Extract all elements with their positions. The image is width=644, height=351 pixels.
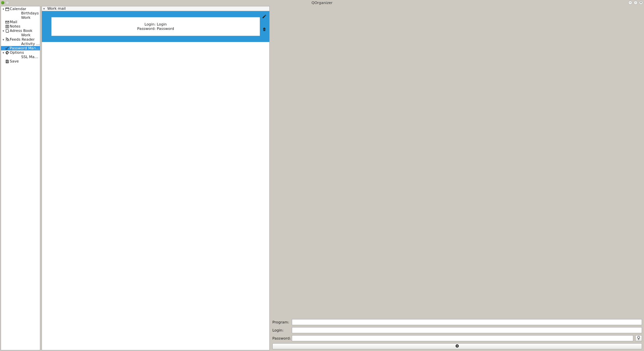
sidebar-item-label: Save: [10, 59, 19, 63]
entry-tools: [261, 14, 267, 33]
nav-tree: ▾CalendarBirthdaysWorkMailNotes▾Adress B…: [1, 6, 40, 64]
no-icon: [16, 11, 21, 15]
expander-icon[interactable]: ▾: [2, 38, 5, 41]
svg-rect-5: [6, 60, 8, 61]
svg-point-3: [6, 40, 6, 41]
entry-card: Login: Login Password: Password: [51, 17, 260, 36]
sidebar-item-sslmanager[interactable]: SSL Manager: [1, 55, 40, 59]
sidebar-item-label: Activity for QO...: [21, 42, 40, 46]
svg-rect-6: [6, 61, 8, 62]
sidebar-item-label: Birthdays: [21, 11, 39, 15]
sidebar-item-work-cal[interactable]: Work: [1, 15, 40, 20]
right-empty-area: [271, 6, 643, 318]
sidebar-item-birthdays[interactable]: Birthdays: [1, 11, 40, 15]
entry-login-row: Login: Login: [145, 22, 167, 27]
sidebar-item-label: Options: [10, 50, 24, 55]
section-title: Work mail: [47, 6, 66, 11]
gear-icon: [5, 51, 9, 55]
plus-icon: [455, 344, 460, 349]
right-panel: Program: Login: Password:: [271, 6, 643, 350]
sidebar-item-addressbook[interactable]: ▾Adress Book: [1, 29, 40, 33]
svg-rect-0: [6, 8, 9, 11]
bulb-icon: [636, 336, 641, 341]
no-icon: [16, 16, 21, 20]
svg-point-4: [6, 48, 7, 49]
sidebar-item-label: Notes: [10, 24, 20, 29]
edit-button[interactable]: [261, 14, 267, 20]
trash-icon: [262, 27, 267, 33]
notes-icon: [5, 25, 9, 29]
no-icon: [16, 42, 21, 46]
entry-login-label: Login:: [145, 22, 156, 27]
program-input[interactable]: [292, 319, 642, 325]
entries-list: Login: Login Password: Password: [42, 11, 269, 350]
password-label: Password:: [272, 336, 290, 341]
save-icon: [5, 59, 9, 63]
pencil-icon: [262, 14, 267, 20]
password-entry[interactable]: Login: Login Password: Password: [42, 11, 269, 42]
entry-password-row: Password: Password: [137, 27, 174, 31]
mail-icon: [5, 20, 9, 24]
client-area: ▾CalendarBirthdaysWorkMailNotes▾Adress B…: [0, 5, 644, 351]
sidebar-item-feeds[interactable]: ▾Feeds Reader: [1, 37, 40, 42]
password-input[interactable]: [292, 335, 633, 341]
sidebar-item-label: Mail: [10, 20, 17, 24]
no-icon: [16, 55, 21, 59]
expander-icon[interactable]: ▾: [2, 29, 5, 33]
sidebar-item-label: Password Man...: [10, 46, 40, 50]
add-entry-form: Program: Login: Password:: [271, 318, 643, 350]
section-header[interactable]: ▾ Work mail: [42, 6, 269, 11]
entry-password-value: Password: [157, 27, 174, 31]
login-input[interactable]: [292, 327, 642, 333]
sidebar-item-label: Work: [21, 33, 31, 37]
sidebar-item-mail[interactable]: Mail: [1, 20, 40, 24]
delete-button[interactable]: [261, 27, 267, 33]
expander-icon[interactable]: ▾: [2, 51, 5, 54]
entry-login-value: Login: [157, 22, 167, 27]
sidebar: ▾CalendarBirthdaysWorkMailNotes▾Adress B…: [1, 6, 40, 350]
window-title: QOrganizer: [0, 1, 644, 5]
key-icon: [5, 46, 9, 50]
rss-icon: [5, 38, 9, 42]
sidebar-item-label: Feeds Reader: [10, 37, 35, 42]
sidebar-item-calendar[interactable]: ▾Calendar: [1, 7, 40, 11]
login-label: Login:: [272, 328, 290, 333]
sidebar-item-label: Work: [21, 15, 31, 20]
calendar-icon: [5, 7, 9, 11]
sidebar-item-work-ab[interactable]: Work: [1, 33, 40, 37]
expander-icon[interactable]: ▾: [2, 7, 5, 11]
no-icon: [16, 33, 21, 37]
sidebar-item-save[interactable]: Save: [1, 59, 40, 63]
sidebar-item-options[interactable]: ▾Options: [1, 50, 40, 55]
add-entry-button[interactable]: [272, 343, 642, 349]
sidebar-item-label: Adress Book: [10, 29, 33, 33]
program-label: Program:: [272, 320, 290, 324]
sidebar-item-notes[interactable]: Notes: [1, 24, 40, 29]
sidebar-item-passwordman[interactable]: Password Man...: [1, 46, 40, 50]
chevron-down-icon: ▾: [43, 7, 47, 10]
sidebar-item-activity[interactable]: Activity for QO...: [1, 42, 40, 46]
sidebar-item-label: SSL Manager: [21, 55, 40, 59]
main-panel: ▾ Work mail Login: Login Password: Passw…: [42, 6, 270, 350]
book-icon: [5, 29, 9, 33]
reveal-password-button[interactable]: [635, 335, 642, 341]
entry-password-label: Password:: [137, 27, 156, 31]
titlebar: QOrganizer – ◦ ×: [0, 0, 644, 5]
sidebar-item-label: Calendar: [10, 7, 26, 11]
